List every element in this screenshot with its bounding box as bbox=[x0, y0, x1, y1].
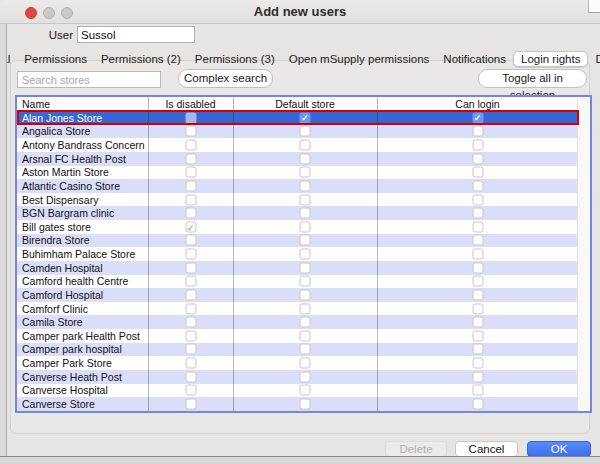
checkbox-is-disabled[interactable] bbox=[185, 126, 196, 137]
checkbox-is-disabled[interactable] bbox=[185, 249, 196, 260]
checkbox-is-disabled[interactable]: ✓ bbox=[185, 221, 196, 232]
table-scrollbar[interactable] bbox=[577, 97, 590, 411]
checkbox-is-disabled[interactable] bbox=[185, 235, 196, 246]
checkbox-is-disabled[interactable] bbox=[185, 385, 196, 396]
checkbox-can-login[interactable] bbox=[472, 140, 483, 151]
checkbox-is-disabled[interactable] bbox=[185, 153, 196, 164]
checkbox-can-login[interactable] bbox=[472, 235, 483, 246]
tab-permissions[interactable]: Permissions bbox=[17, 52, 94, 66]
tab-login-rights[interactable]: Login rights bbox=[513, 51, 588, 67]
checkbox-can-login[interactable] bbox=[472, 385, 483, 396]
checkbox-default-store[interactable] bbox=[300, 180, 311, 191]
tab-notifications[interactable]: Notifications bbox=[436, 52, 513, 66]
checkbox-is-disabled[interactable] bbox=[185, 180, 196, 191]
checkbox-default-store[interactable] bbox=[300, 208, 311, 219]
search-stores-input[interactable] bbox=[17, 71, 161, 88]
checkbox-default-store[interactable] bbox=[300, 344, 311, 355]
checkbox-is-disabled[interactable] bbox=[185, 276, 196, 287]
user-name-input[interactable] bbox=[77, 26, 195, 43]
checkbox-default-store[interactable] bbox=[300, 235, 311, 246]
column-header-default-store[interactable]: Default store bbox=[275, 98, 335, 110]
table-row[interactable]: Best Dispensary bbox=[17, 193, 590, 207]
table-row[interactable]: Camper park Health Post bbox=[17, 329, 590, 343]
tab-details[interactable]: Details bbox=[588, 52, 600, 66]
checkbox-default-store[interactable] bbox=[300, 194, 311, 205]
table-row[interactable]: Canverse Heath Post bbox=[17, 370, 590, 384]
checkbox-default-store[interactable] bbox=[300, 276, 311, 287]
table-row[interactable]: Bill gates store✓ bbox=[17, 220, 590, 234]
checkbox-default-store[interactable] bbox=[300, 358, 311, 369]
table-row[interactable]: Camper park hospital bbox=[17, 343, 590, 357]
checkbox-can-login[interactable] bbox=[472, 317, 483, 328]
column-header-is-disabled[interactable]: Is disabled bbox=[165, 98, 215, 110]
checkbox-default-store[interactable] bbox=[300, 303, 311, 314]
checkbox-default-store[interactable] bbox=[300, 262, 311, 273]
table-row[interactable]: Camforf Clinic bbox=[17, 302, 590, 316]
checkbox-can-login[interactable] bbox=[472, 208, 483, 219]
ok-button[interactable]: OK bbox=[527, 441, 591, 457]
table-row[interactable]: Canverse Hospital bbox=[17, 384, 590, 398]
checkbox-default-store[interactable] bbox=[300, 126, 311, 137]
checkbox-default-store[interactable] bbox=[300, 140, 311, 151]
table-row[interactable]: Camila Store bbox=[17, 315, 590, 329]
table-row[interactable]: Atlantic Casino Store bbox=[17, 179, 590, 193]
checkbox-can-login[interactable] bbox=[472, 398, 483, 409]
checkbox-can-login[interactable] bbox=[472, 276, 483, 287]
checkbox-is-disabled[interactable] bbox=[185, 317, 196, 328]
checkbox-default-store[interactable] bbox=[300, 167, 311, 178]
table-row[interactable]: Canverse Store bbox=[17, 397, 590, 411]
column-header-name[interactable]: Name bbox=[22, 98, 50, 110]
checkbox-is-disabled[interactable] bbox=[185, 289, 196, 300]
table-row[interactable]: Alan Jones Store✓✓ bbox=[17, 111, 590, 125]
checkbox-is-disabled[interactable] bbox=[185, 262, 196, 273]
checkbox-can-login[interactable] bbox=[472, 153, 483, 164]
checkbox-is-disabled[interactable] bbox=[185, 194, 196, 205]
checkbox-can-login[interactable] bbox=[472, 289, 483, 300]
table-row[interactable]: Camden Hospital bbox=[17, 261, 590, 275]
checkbox-default-store[interactable]: ✓ bbox=[300, 112, 311, 123]
checkbox-is-disabled[interactable] bbox=[185, 358, 196, 369]
table-row[interactable]: Arsnal FC Health Post bbox=[17, 152, 590, 166]
checkbox-can-login[interactable] bbox=[472, 371, 483, 382]
table-row[interactable]: Birendra Store bbox=[17, 234, 590, 248]
checkbox-default-store[interactable] bbox=[300, 249, 311, 260]
checkbox-is-disabled[interactable] bbox=[185, 112, 196, 123]
table-row[interactable]: Camper Park Store bbox=[17, 356, 590, 370]
checkbox-default-store[interactable] bbox=[300, 221, 311, 232]
title-bar[interactable]: Add new users bbox=[0, 0, 600, 24]
checkbox-default-store[interactable] bbox=[300, 385, 311, 396]
cancel-button[interactable]: Cancel bbox=[455, 441, 518, 457]
checkbox-default-store[interactable] bbox=[300, 153, 311, 164]
checkbox-can-login[interactable] bbox=[472, 358, 483, 369]
checkbox-can-login[interactable] bbox=[472, 221, 483, 232]
table-row[interactable]: Angalica Store bbox=[17, 125, 590, 139]
checkbox-is-disabled[interactable] bbox=[185, 167, 196, 178]
table-row[interactable]: Aston Martin Store bbox=[17, 166, 590, 180]
table-row[interactable]: BGN Bargram clinic bbox=[17, 206, 590, 220]
checkbox-default-store[interactable] bbox=[300, 317, 311, 328]
checkbox-can-login[interactable] bbox=[472, 194, 483, 205]
column-header-can-login[interactable]: Can login bbox=[455, 98, 499, 110]
checkbox-is-disabled[interactable] bbox=[185, 398, 196, 409]
tab-open-msupply-permissions[interactable]: Open mSupply permissions bbox=[282, 52, 437, 66]
checkbox-is-disabled[interactable] bbox=[185, 344, 196, 355]
checkbox-can-login[interactable] bbox=[472, 167, 483, 178]
checkbox-default-store[interactable] bbox=[300, 289, 311, 300]
checkbox-default-store[interactable] bbox=[300, 330, 311, 341]
checkbox-is-disabled[interactable] bbox=[185, 371, 196, 382]
checkbox-can-login[interactable] bbox=[472, 262, 483, 273]
checkbox-is-disabled[interactable] bbox=[185, 330, 196, 341]
checkbox-is-disabled[interactable] bbox=[185, 208, 196, 219]
table-row[interactable]: Buhimham Palace Store bbox=[17, 247, 590, 261]
checkbox-can-login[interactable] bbox=[472, 180, 483, 191]
toggle-all-in-selection-button[interactable]: Toggle all in selection bbox=[478, 69, 587, 88]
tab-permissions-3[interactable]: Permissions (3) bbox=[188, 52, 282, 66]
table-row[interactable]: Camford health Centre bbox=[17, 275, 590, 289]
checkbox-can-login[interactable] bbox=[472, 126, 483, 137]
checkbox-is-disabled[interactable] bbox=[185, 140, 196, 151]
table-row[interactable]: Antony Bandrass Concern bbox=[17, 138, 590, 152]
table-row[interactable]: Camford Hospital bbox=[17, 288, 590, 302]
checkbox-is-disabled[interactable] bbox=[185, 303, 196, 314]
checkbox-can-login[interactable] bbox=[472, 249, 483, 260]
checkbox-default-store[interactable] bbox=[300, 398, 311, 409]
